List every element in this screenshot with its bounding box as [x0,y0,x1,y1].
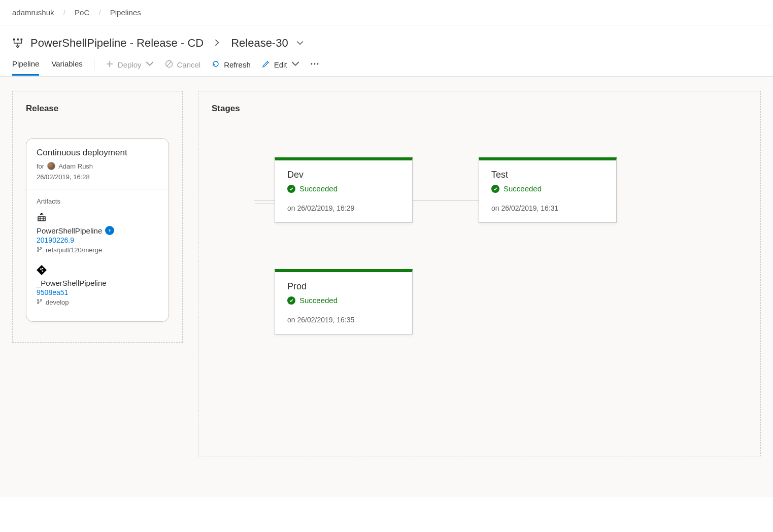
svg-point-4 [311,63,312,64]
release-panel-title: Release [13,91,182,127]
svg-point-10 [38,250,39,252]
toolbar-separator [94,59,94,70]
success-check-icon [287,296,295,305]
page-title-row: PowerShellPipeline - Release - CD Releas… [0,25,773,50]
artifact-version-link[interactable]: 9508ea51 [37,288,158,296]
for-label: for [37,162,44,170]
svg-rect-2 [21,39,23,41]
edit-button[interactable]: Edit [262,60,299,70]
stage-status: Succeeded [299,184,338,193]
cancel-label: Cancel [177,60,201,69]
svg-point-5 [314,63,315,64]
chevron-down-icon [291,60,299,70]
edit-label: Edit [274,60,287,69]
trigger-timestamp: 26/02/2019, 16:28 [37,173,158,181]
refresh-label: Refresh [224,60,251,69]
deploy-button[interactable]: Deploy [106,60,154,70]
artifact-name[interactable]: _PowerShellPipeline [37,279,107,287]
stage-card-dev[interactable]: Dev Succeeded on 26/02/2019, 16:29 [275,157,413,223]
stage-connector [413,201,479,201]
refresh-icon [212,60,220,70]
breadcrumb-section[interactable]: Pipelines [110,8,141,17]
trigger-type: Continuous deployment [37,148,158,158]
stage-name: Test [479,160,616,184]
chevron-down-icon [146,60,154,70]
artifact-item: _PowerShellPipeline 9508ea51 develop [37,265,158,306]
svg-point-16 [41,300,42,301]
artifacts-label: Artifacts [37,197,158,205]
stage-name: Prod [275,272,412,296]
stages-panel: Stages Dev Succeeded on 26/02/2019, 16:2… [198,91,761,456]
stage-timestamp: on 26/02/2019, 16:31 [479,199,616,222]
git-artifact-icon [37,265,158,277]
stage-timestamp: on 26/02/2019, 16:29 [275,199,412,222]
stage-status: Succeeded [503,184,542,193]
svg-point-15 [38,300,39,301]
chevron-right-icon [215,39,220,48]
success-check-icon [491,185,499,193]
artifact-item: PowerShellPipeline 20190226.9 refs/pull/… [37,212,158,254]
breadcrumb: adamrushuk / PoC / Pipelines [0,0,773,25]
stages-panel-title: Stages [198,91,760,127]
trigger-user-line: for Adam Rush [37,162,158,170]
branch-icon [37,298,43,306]
branch-icon [37,246,43,254]
edit-pencil-icon [262,60,270,70]
svg-rect-0 [13,39,15,41]
svg-point-17 [38,303,39,304]
pipeline-canvas: Release Continuous deployment for Adam R… [0,77,773,497]
stage-status: Succeeded [299,296,338,305]
breadcrumb-sep: / [63,8,65,17]
plus-icon [106,60,114,70]
release-name[interactable]: Release-30 [231,37,288,50]
breadcrumb-project[interactable]: PoC [75,8,89,17]
svg-point-6 [317,63,318,64]
release-panel: Release Continuous deployment for Adam R… [12,91,183,343]
breadcrumb-org[interactable]: adamrushuk [12,8,54,17]
release-pipeline-icon [12,38,23,49]
artifact-branch: develop [46,298,69,306]
cancel-button[interactable]: Cancel [165,60,201,70]
avatar [47,162,55,170]
stage-connector [254,201,275,201]
cancel-icon [165,60,173,70]
svg-point-8 [38,247,39,249]
tab-variables[interactable]: Variables [51,59,82,76]
svg-rect-1 [17,39,19,41]
stage-name: Dev [275,160,412,184]
stage-connector [255,204,275,204]
breadcrumb-sep: / [98,8,100,17]
release-definition-name[interactable]: PowerShellPipeline - Release - CD [30,37,204,50]
stage-card-prod[interactable]: Prod Succeeded on 26/02/2019, 16:35 [275,269,413,335]
tabs-toolbar-row: Pipeline Variables Deploy Cancel Refresh… [0,50,773,77]
svg-point-9 [41,247,42,249]
lightning-badge-icon [105,226,114,235]
more-actions-button[interactable] [311,60,319,70]
ellipsis-icon [311,60,319,70]
build-artifact-icon [37,212,158,224]
tab-pipeline[interactable]: Pipeline [12,59,39,76]
refresh-button[interactable]: Refresh [212,60,251,70]
stage-timestamp: on 26/02/2019, 16:35 [275,311,412,334]
deploy-label: Deploy [118,60,142,69]
artifact-version-link[interactable]: 20190226.9 [37,236,158,244]
artifact-branch: refs/pull/120/merge [46,246,102,254]
release-card: Continuous deployment for Adam Rush 26/0… [26,138,169,322]
user-name[interactable]: Adam Rush [58,162,93,170]
stages-grid: Dev Succeeded on 26/02/2019, 16:29 Test … [219,127,760,391]
artifact-name[interactable]: PowerShellPipeline [37,226,102,235]
success-check-icon [287,185,295,193]
release-dropdown-chevron-icon[interactable] [296,39,304,47]
stage-card-test[interactable]: Test Succeeded on 26/02/2019, 16:31 [479,157,617,223]
